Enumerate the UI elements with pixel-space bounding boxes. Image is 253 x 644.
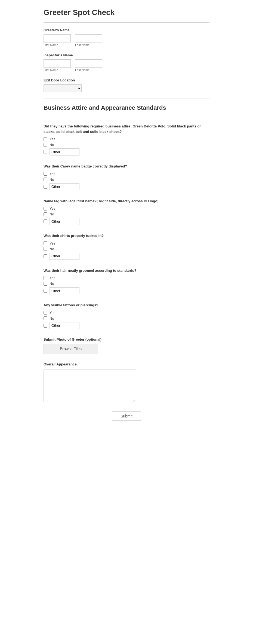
inspector-last-col: Last Name <box>75 59 102 72</box>
option-label-3-1: Yes <box>50 206 55 210</box>
overall-appearance-textarea[interactable] <box>44 370 136 402</box>
checkbox-5-yes[interactable] <box>44 276 47 280</box>
option-label-4-2: No <box>50 247 54 251</box>
inspector-first-sublabel: First Name <box>44 68 71 72</box>
greeter-first-name-input[interactable] <box>44 34 71 42</box>
checkbox-1-no[interactable] <box>44 143 47 147</box>
checkbox-option-6-1: Yes <box>44 311 209 315</box>
question-block-6: Any visible tattoos or piercings?YesNo <box>44 303 209 329</box>
checkbox-option-5-1: Yes <box>44 276 209 280</box>
option-label-6-1: Yes <box>50 311 55 315</box>
photo-block: Submit Photo of Greeter (optional) Brows… <box>44 337 209 354</box>
greeter-first-sublabel: First Name <box>44 43 71 47</box>
other-input-4[interactable] <box>50 253 79 260</box>
checkbox-option-3-2: No <box>44 212 209 216</box>
question-block-4: Was their shirts properly tucked in?YesN… <box>44 233 209 260</box>
greeter-name-row: First Name Last Name <box>44 34 209 47</box>
other-input-2[interactable] <box>50 183 79 190</box>
question-block-2: Was their Carey name badge correctly dis… <box>44 164 209 190</box>
other-input-6[interactable] <box>50 322 79 329</box>
question-text-2: Was their Carey name badge correctly dis… <box>44 164 209 169</box>
greeter-last-name-input[interactable] <box>75 34 102 42</box>
checkbox-1-other[interactable] <box>44 150 47 154</box>
overall-block: Overall Appearance. <box>44 362 209 403</box>
greeter-first-col: First Name <box>44 34 71 47</box>
overall-label: Overall Appearance. <box>44 362 209 366</box>
checkbox-3-other[interactable] <box>44 219 47 223</box>
inspector-last-sublabel: Last Name <box>75 68 102 72</box>
top-divider <box>44 22 209 23</box>
checkbox-5-no[interactable] <box>44 282 47 286</box>
option-label-6-2: No <box>50 316 54 321</box>
inspector-last-name-input[interactable] <box>75 59 102 68</box>
question-block-3: Name tag with legal first name?( Right s… <box>44 199 209 225</box>
checkbox-4-no[interactable] <box>44 247 47 251</box>
greeter-last-col: Last Name <box>75 34 102 47</box>
option-label-5-1: Yes <box>50 276 55 280</box>
greeter-last-sublabel: Last Name <box>75 43 102 47</box>
checkbox-option-2-3 <box>44 183 209 190</box>
question-text-6: Any visible tattoos or piercings? <box>44 303 209 308</box>
questions-container: Did they have the following required bus… <box>44 124 209 329</box>
checkbox-option-4-1: Yes <box>44 241 209 245</box>
checkbox-option-6-2: No <box>44 316 209 321</box>
checkbox-option-1-2: No <box>44 143 209 147</box>
checkbox-1-yes[interactable] <box>44 137 47 141</box>
attire-header-divider <box>44 117 209 117</box>
greeter-name-group: Greeter's Name First Name Last Name <box>44 28 209 47</box>
option-label-5-2: No <box>50 282 54 286</box>
browse-files-button[interactable]: Browse Files <box>44 344 98 354</box>
checkbox-option-1-1: Yes <box>44 137 209 141</box>
inspector-name-group: Inspector's Name First Name Last Name <box>44 53 209 72</box>
other-input-5[interactable] <box>50 287 79 294</box>
inspector-name-row: First Name Last Name <box>44 59 209 72</box>
checkbox-2-no[interactable] <box>44 178 47 181</box>
checkbox-option-4-3 <box>44 253 209 260</box>
checkbox-option-3-1: Yes <box>44 206 209 210</box>
other-input-1[interactable] <box>50 148 79 155</box>
checkbox-option-6-3 <box>44 322 209 329</box>
page-title: Greeter Spot Check <box>44 8 209 17</box>
page-container: Greeter Spot Check Greeter's Name First … <box>38 0 215 437</box>
attire-section-title: Business Attire and Appearance Standards <box>44 104 209 111</box>
checkbox-2-other[interactable] <box>44 185 47 189</box>
option-label-2-2: No <box>50 178 54 182</box>
question-text-4: Was their shirts properly tucked in? <box>44 233 209 239</box>
photo-label: Submit Photo of Greeter (optional) <box>44 337 209 341</box>
submit-button[interactable]: Submit <box>112 411 141 421</box>
option-label-1-2: No <box>50 143 54 147</box>
question-text-1: Did they have the following required bus… <box>44 124 209 134</box>
checkbox-option-2-1: Yes <box>44 172 209 176</box>
exit-door-group: Exit Door Location <box>44 78 209 92</box>
checkbox-option-5-3 <box>44 287 209 294</box>
checkbox-2-yes[interactable] <box>44 172 47 176</box>
inspector-first-name-input[interactable] <box>44 59 71 68</box>
checkbox-option-5-2: No <box>44 282 209 286</box>
greeter-name-label: Greeter's Name <box>44 28 209 32</box>
checkbox-4-yes[interactable] <box>44 241 47 245</box>
checkbox-option-2-2: No <box>44 178 209 182</box>
inspector-first-col: First Name <box>44 59 71 72</box>
exit-door-label: Exit Door Location <box>44 78 209 82</box>
option-label-3-2: No <box>50 212 54 216</box>
checkbox-6-yes[interactable] <box>44 311 47 315</box>
checkbox-6-no[interactable] <box>44 316 47 320</box>
checkbox-option-4-2: No <box>44 247 209 251</box>
checkbox-3-no[interactable] <box>44 212 47 216</box>
question-text-5: Was their hair neatly groomed according … <box>44 268 209 273</box>
other-input-3[interactable] <box>50 218 79 225</box>
checkbox-5-other[interactable] <box>44 289 47 293</box>
option-label-2-1: Yes <box>50 172 55 176</box>
checkbox-option-3-3 <box>44 218 209 225</box>
question-text-3: Name tag with legal first name?( Right s… <box>44 199 209 204</box>
checkbox-option-1-3 <box>44 148 209 155</box>
exit-door-select[interactable] <box>44 84 82 92</box>
inspector-name-label: Inspector's Name <box>44 53 209 57</box>
question-block-1: Did they have the following required bus… <box>44 124 209 155</box>
question-block-5: Was their hair neatly groomed according … <box>44 268 209 295</box>
option-label-4-1: Yes <box>50 241 55 245</box>
checkbox-6-other[interactable] <box>44 324 47 328</box>
checkbox-4-other[interactable] <box>44 254 47 258</box>
checkbox-3-yes[interactable] <box>44 207 47 210</box>
option-label-1-1: Yes <box>50 137 55 141</box>
